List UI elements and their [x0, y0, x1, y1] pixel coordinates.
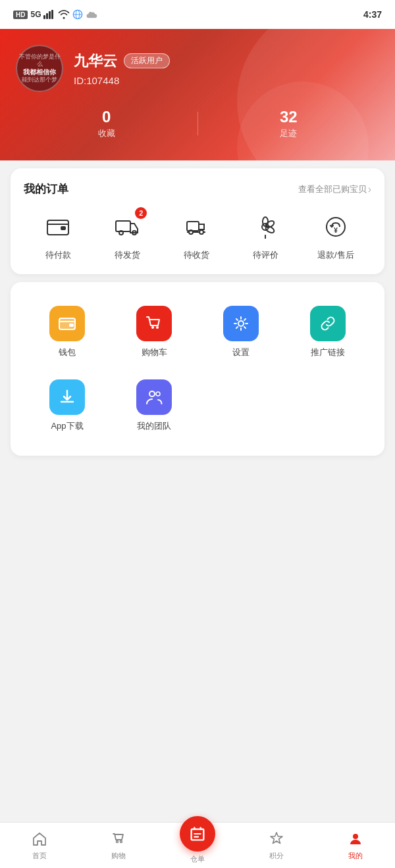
order-item-pending-pay[interactable]: 待付款	[41, 210, 75, 261]
download-tool-icon-bg	[49, 379, 85, 415]
pending-receive-label: 待收货	[184, 249, 209, 261]
pending-ship-badge: 2	[135, 207, 147, 219]
warehouse-center-btn[interactable]	[180, 816, 215, 852]
footprints-stat[interactable]: 32 足迹	[198, 108, 380, 139]
nav-mine[interactable]: 我的	[316, 825, 395, 866]
svg-point-27	[149, 391, 155, 397]
team-label: 我的团队	[137, 420, 171, 432]
pending-receive-icon-wrap	[179, 210, 213, 244]
profile-name-row: 九华云 活跃用户	[74, 51, 379, 71]
order-item-refund[interactable]: ¥ 退款/售后	[317, 210, 354, 261]
svg-point-13	[189, 230, 193, 234]
tool-team[interactable]: 我的团队	[111, 369, 198, 443]
team-icon	[144, 387, 164, 407]
stats-row: 0 收藏 32 足迹	[16, 108, 379, 139]
avatar-line1: 不管你的梦是什么	[17, 53, 62, 68]
pending-pay-icon-wrap	[41, 210, 75, 244]
wallet-tool-icon	[57, 314, 77, 333]
flower-icon	[251, 212, 280, 241]
points-nav-label: 积分	[269, 851, 284, 861]
order-icons-row: 待付款 2 待发货	[24, 210, 371, 261]
svg-point-26	[238, 321, 244, 326]
svg-rect-23	[69, 324, 74, 327]
nav-shop[interactable]: 购物	[79, 825, 158, 866]
warehouse-nav-label: 仓单	[190, 854, 205, 864]
settings-tool-icon	[231, 314, 251, 333]
order-item-pending-ship[interactable]: 2 待发货	[110, 210, 144, 261]
tool-settings[interactable]: 设置	[198, 295, 284, 369]
delivery-icon	[182, 212, 211, 241]
mine-icon	[346, 830, 365, 848]
globe-icon	[72, 9, 83, 20]
time-display: 4:37	[363, 9, 382, 20]
chevron-right-icon: ›	[368, 183, 371, 195]
svg-point-28	[156, 392, 160, 396]
tools-grid: 钱包 购物车 设置	[24, 295, 371, 443]
active-badge: 活跃用户	[124, 53, 170, 68]
wifi-icon	[58, 10, 70, 19]
view-all-link[interactable]: 查看全部已购宝贝 ›	[298, 183, 371, 195]
svg-text:¥: ¥	[334, 227, 338, 234]
nav-warehouse[interactable]: 仓单	[158, 821, 237, 868]
svg-rect-9	[116, 221, 130, 231]
bottom-nav: 首页 购物 仓单 积分	[0, 822, 395, 868]
link-icon	[318, 314, 338, 333]
nav-points[interactable]: 积分	[237, 825, 316, 866]
tool-wallet[interactable]: 钱包	[24, 295, 111, 369]
settings-tool-icon-bg	[223, 306, 259, 341]
profile-banner: 不管你的梦是什么 我都相信你 能到达那个梦 九华云 活跃用户 ID:107448…	[0, 29, 395, 160]
collections-stat[interactable]: 0 收藏	[16, 108, 198, 139]
refund-label: 退款/售后	[317, 249, 354, 261]
svg-rect-8	[61, 226, 66, 230]
svg-rect-3	[51, 10, 53, 19]
svg-rect-31	[192, 829, 204, 840]
order-item-pending-receive[interactable]: 待收货	[179, 210, 213, 261]
warehouse-icon	[188, 825, 207, 843]
settings-label: 设置	[232, 347, 250, 358]
hd-badge: HD	[13, 11, 28, 19]
view-all-text: 查看全部已购宝贝	[298, 183, 367, 195]
status-bar: HD 5G 4:37	[0, 0, 395, 29]
svg-point-29	[117, 841, 118, 843]
cart-tool-icon	[144, 314, 164, 333]
cart-label: 购物车	[142, 347, 167, 358]
footprints-count: 32	[198, 108, 380, 126]
svg-point-14	[199, 230, 203, 234]
points-icon	[267, 830, 286, 848]
collections-label: 收藏	[16, 128, 198, 139]
empty-space	[0, 464, 395, 529]
profile-info: 九华云 活跃用户 ID:107448	[74, 51, 379, 86]
status-left: HD 5G	[13, 9, 97, 20]
signal-icon: 5G	[30, 10, 41, 19]
shop-icon	[109, 830, 128, 848]
nav-home[interactable]: 首页	[0, 825, 79, 866]
svg-point-24	[151, 326, 154, 329]
tool-promote[interactable]: 推广链接	[284, 295, 371, 369]
svg-rect-1	[46, 13, 48, 19]
profile-id: ID:107448	[74, 75, 379, 86]
tool-cart[interactable]: 购物车	[111, 295, 198, 369]
wallet-label: 钱包	[59, 347, 76, 358]
order-item-pending-review[interactable]: 待评价	[248, 210, 282, 261]
home-nav-label: 首页	[32, 851, 47, 861]
tool-download[interactable]: App下载	[24, 369, 111, 443]
promote-label: 推广链接	[311, 347, 345, 358]
cloud-icon	[86, 10, 97, 19]
wallet-icon	[43, 212, 72, 241]
footprints-label: 足迹	[198, 128, 380, 139]
home-icon	[30, 830, 49, 848]
download-label: App下载	[51, 420, 83, 432]
refund-icon-wrap: ¥	[319, 210, 353, 244]
signal-bars-icon	[43, 10, 55, 19]
refund-icon: ¥	[321, 212, 350, 241]
team-tool-icon-bg	[136, 379, 172, 415]
svg-rect-12	[187, 222, 199, 231]
avatar[interactable]: 不管你的梦是什么 我都相信你 能到达那个梦	[16, 45, 63, 92]
orders-header: 我的订单 查看全部已购宝贝 ›	[24, 181, 371, 197]
mine-nav-label: 我的	[348, 851, 363, 861]
pending-pay-label: 待付款	[45, 249, 71, 261]
promote-tool-icon-bg	[310, 306, 346, 341]
svg-rect-2	[49, 11, 51, 19]
pending-review-label: 待评价	[253, 249, 278, 261]
shop-nav-label: 购物	[111, 851, 126, 861]
